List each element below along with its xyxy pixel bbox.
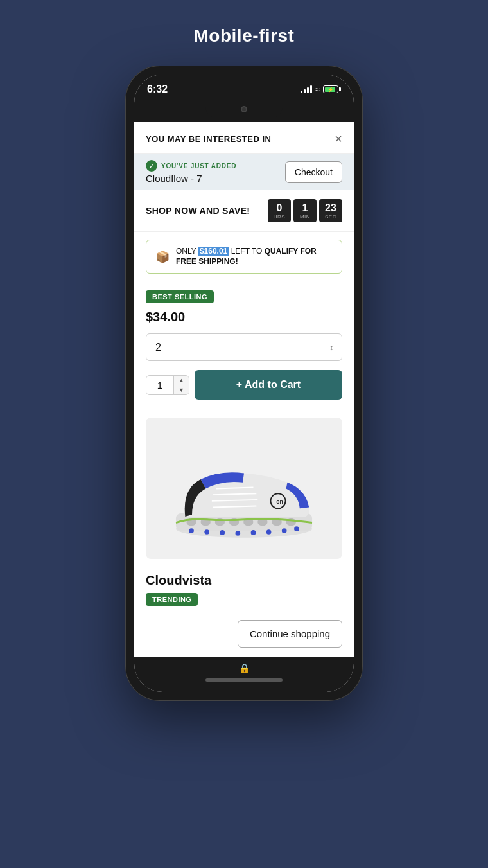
add-to-cart-button[interactable]: + Add to Cart — [195, 370, 342, 400]
bottom-indicator: 🔒 — [134, 657, 354, 692]
timer-hours: 0 HRS — [268, 199, 291, 222]
lock-icon: 🔒 — [239, 663, 250, 673]
seconds-value: 23 — [323, 202, 338, 214]
hours-value: 0 — [272, 202, 287, 214]
trending-badge: TRENDING — [146, 593, 198, 606]
close-icon[interactable]: × — [335, 132, 342, 145]
quantity-stepper[interactable]: 1 ▲ ▼ — [146, 375, 189, 395]
battery-icon: ⚡ — [323, 85, 341, 93]
shipping-text: ONLY $160.01 LEFT TO QUALIFY FOR FREE SH… — [176, 247, 333, 267]
continue-shopping-button[interactable]: Continue shopping — [238, 620, 342, 648]
svg-point-21 — [266, 529, 272, 535]
timer-minutes: 1 MIN — [293, 199, 317, 222]
status-time: 6:32 — [147, 84, 168, 95]
svg-point-18 — [220, 530, 225, 535]
minutes-label: MIN — [297, 214, 313, 220]
qty-up-button[interactable]: ▲ — [174, 376, 189, 385]
svg-point-16 — [189, 528, 194, 533]
notch — [205, 100, 283, 118]
added-label: YOU'VE JUST ADDED — [161, 163, 236, 170]
check-circle-icon: ✓ — [146, 160, 157, 172]
page-title: Mobile-first — [194, 26, 295, 46]
svg-point-23 — [294, 526, 299, 531]
qty-down-button[interactable]: ▼ — [174, 385, 189, 394]
svg-point-17 — [204, 529, 209, 535]
svg-text:on: on — [276, 499, 283, 505]
added-banner: ✓ YOU'VE JUST ADDED Cloudflow - 7 Checko… — [134, 154, 354, 190]
product-name: Cloudvista — [146, 573, 342, 588]
home-bar — [205, 678, 283, 682]
timer-section: SHOP NOW AND SAVE! 0 HRS 1 MIN 23 SEC — [134, 190, 354, 232]
best-selling-badge: BEST SELLING — [146, 290, 214, 303]
svg-point-20 — [251, 530, 256, 535]
product-price: $34.00 — [146, 310, 342, 324]
checkout-button[interactable]: Checkout — [285, 161, 342, 183]
minutes-value: 1 — [297, 202, 313, 214]
size-select[interactable]: 2 3 4 5 — [146, 333, 342, 361]
front-camera-icon — [241, 106, 247, 112]
countdown-timer: 0 HRS 1 MIN 23 SEC — [268, 199, 342, 222]
product-image: on — [146, 418, 342, 559]
added-product-name: Cloudflow - 7 — [146, 173, 236, 184]
shipping-banner: 📦 ONLY $160.01 LEFT TO QUALIFY FOR FREE … — [146, 240, 342, 274]
seconds-label: SEC — [323, 214, 338, 220]
quantity-value: 1 — [157, 380, 162, 391]
box-icon: 📦 — [155, 250, 170, 264]
svg-point-19 — [236, 531, 241, 536]
signal-icon — [301, 85, 312, 93]
svg-point-22 — [282, 528, 287, 533]
status-bar: 6:32 ≈ ⚡ — [134, 75, 354, 100]
modal-title: YOU MAY BE INTERESTED IN — [146, 134, 271, 144]
timer-seconds: 23 SEC — [319, 199, 342, 222]
shop-now-label: SHOP NOW AND SAVE! — [146, 206, 250, 216]
phone-frame: 6:32 ≈ ⚡ — [125, 66, 363, 701]
hours-label: HRS — [272, 214, 287, 220]
wifi-icon: ≈ — [315, 85, 320, 94]
